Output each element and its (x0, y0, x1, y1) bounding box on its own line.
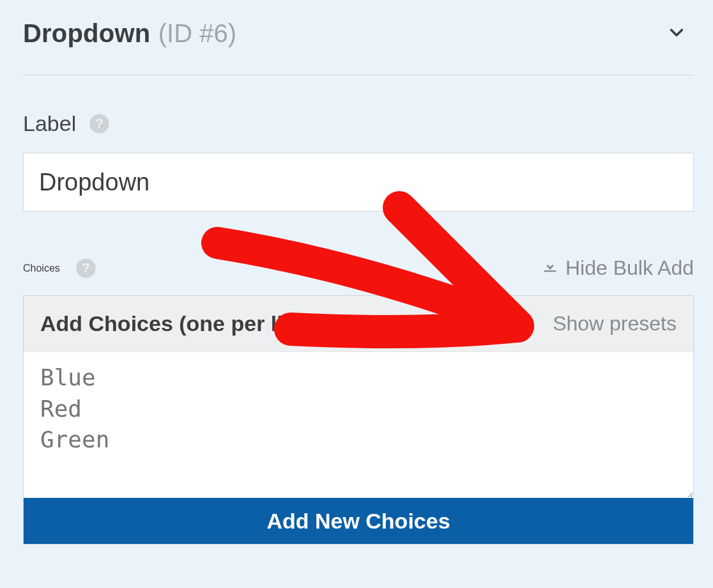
add-new-choices-label: Add New Choices (266, 509, 450, 534)
panel-title-wrap: Dropdown (ID #6) (23, 19, 236, 48)
choices-field-label: Choices (23, 263, 60, 274)
download-icon (541, 256, 559, 280)
show-presets-link[interactable]: Show presets (553, 312, 677, 336)
chevron-down-icon[interactable] (666, 22, 687, 46)
panel-header[interactable]: Dropdown (ID #6) (23, 14, 694, 75)
add-new-choices-button[interactable]: Add New Choices (24, 498, 693, 544)
svg-text:?: ? (95, 116, 103, 130)
field-type-title: Dropdown (23, 19, 150, 47)
choices-section-header: Choices ? Hide Bulk Add (23, 256, 694, 280)
bulk-add-header: Add Choices (one per line) Show presets (24, 296, 693, 352)
bulk-add-textarea[interactable] (24, 352, 693, 498)
label-field-label: Label (23, 111, 76, 136)
bulk-add-card: Add Choices (one per line) Show presets … (23, 295, 694, 545)
help-icon[interactable]: ? (89, 113, 110, 134)
label-input[interactable] (23, 153, 694, 212)
svg-text:?: ? (82, 260, 90, 275)
label-section-header: Label ? (23, 111, 694, 136)
field-settings-panel: Dropdown (ID #6) Label ? Choices ? Hide … (0, 0, 713, 545)
help-icon[interactable]: ? (75, 258, 96, 279)
bulk-add-title: Add Choices (one per line) (40, 311, 316, 336)
bulk-add-toggle[interactable]: Hide Bulk Add (541, 256, 694, 280)
bulk-add-toggle-label: Hide Bulk Add (565, 256, 694, 280)
field-id-label: (ID #6) (158, 19, 236, 47)
